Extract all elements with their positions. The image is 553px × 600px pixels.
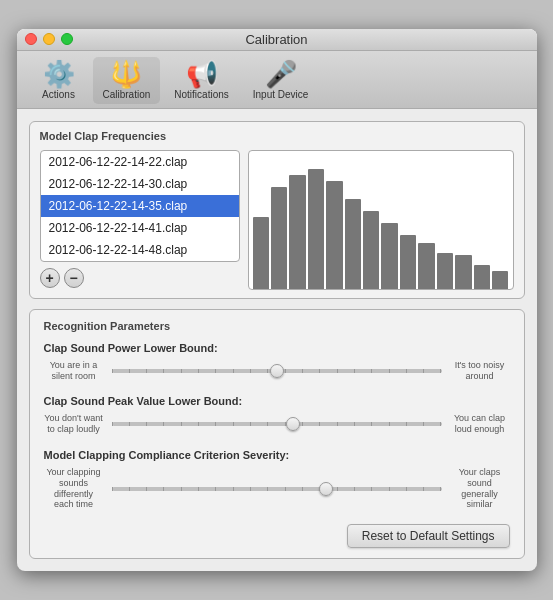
slider-tick: [250, 369, 251, 373]
slider-tick: [302, 369, 303, 373]
slider-row-1: You don't want to clap loudly You can cl…: [44, 413, 510, 435]
file-list-container: 2012-06-12-22-14-22.clap 2012-06-12-22-1…: [40, 150, 240, 290]
slider-tick: [267, 487, 268, 491]
slider-label-0: Clap Sound Power Lower Bound:: [44, 342, 510, 354]
chart-bar: [289, 175, 305, 289]
add-file-button[interactable]: +: [40, 268, 60, 288]
chart-bar: [271, 187, 287, 289]
slider-tick: [285, 369, 286, 373]
slider-ticks-0: [112, 369, 442, 373]
slider-tick: [163, 422, 164, 426]
slider-tick: [215, 422, 216, 426]
slider-tick: [129, 422, 130, 426]
slider-tick: [423, 487, 424, 491]
slider-tick: [406, 369, 407, 373]
slider-tick: [215, 369, 216, 373]
toolbar-item-notifications[interactable]: 📢 Notifications: [164, 57, 238, 104]
file-item-0[interactable]: 2012-06-12-22-14-22.clap: [41, 151, 239, 173]
slider-left-label-0: You are in a silent room: [44, 360, 104, 382]
window-title: Calibration: [245, 32, 307, 47]
calibration-label: Calibration: [103, 89, 151, 100]
slider-tick: [337, 487, 338, 491]
calibration-icon: 🔱: [110, 61, 142, 87]
toolbar-item-calibration[interactable]: 🔱 Calibration: [93, 57, 161, 104]
titlebar-buttons: [25, 33, 73, 45]
bottom-row: Reset to Default Settings: [44, 524, 510, 548]
slider-tick: [198, 369, 199, 373]
slider-label-1: Clap Sound Peak Value Lower Bound:: [44, 395, 510, 407]
slider-tick: [389, 422, 390, 426]
slider-tick: [198, 422, 199, 426]
toolbar-item-actions[interactable]: ⚙️ Actions: [29, 57, 89, 104]
slider-tick: [250, 487, 251, 491]
file-item-2[interactable]: 2012-06-12-22-14-35.clap: [41, 195, 239, 217]
slider-right-label-2: Your claps sound generally similar: [450, 467, 510, 510]
slider-tick: [233, 422, 234, 426]
file-item-3[interactable]: 2012-06-12-22-14-41.clap: [41, 217, 239, 239]
recognition-section: Recognition Parameters Clap Sound Power …: [29, 309, 525, 559]
slider-tick: [129, 369, 130, 373]
chart-bar: [363, 211, 379, 289]
slider-tick: [250, 422, 251, 426]
slider-tick: [406, 487, 407, 491]
chart-bar: [345, 199, 361, 289]
chart-bar: [474, 265, 490, 289]
slider-tick: [267, 422, 268, 426]
slider-tick: [354, 369, 355, 373]
file-item-1[interactable]: 2012-06-12-22-14-30.clap: [41, 173, 239, 195]
slider-tick: [146, 369, 147, 373]
slider-container-0: [112, 361, 442, 381]
maximize-button[interactable]: [61, 33, 73, 45]
chart-bar: [455, 255, 471, 289]
slider-tick: [302, 422, 303, 426]
slider-tick: [354, 422, 355, 426]
chart-area: [248, 150, 514, 290]
reset-button[interactable]: Reset to Default Settings: [347, 524, 510, 548]
slider-tick: [423, 422, 424, 426]
slider-tick: [233, 369, 234, 373]
slider-tick: [233, 487, 234, 491]
slider-tick: [215, 487, 216, 491]
toolbar: ⚙️ Actions 🔱 Calibration 📢 Notifications…: [17, 51, 537, 109]
notifications-label: Notifications: [174, 89, 228, 100]
actions-label: Actions: [42, 89, 75, 100]
slider-tick: [112, 369, 113, 373]
slider-tick: [285, 487, 286, 491]
slider-tick: [319, 487, 320, 491]
slider-ticks-2: [112, 487, 442, 491]
chart-bar: [400, 235, 416, 289]
slider-tick: [163, 487, 164, 491]
slider-tick: [371, 369, 372, 373]
notifications-icon: 📢: [186, 61, 218, 87]
slider-tick: [302, 487, 303, 491]
input-device-icon: 🎤: [265, 61, 297, 87]
actions-icon: ⚙️: [43, 61, 75, 87]
slider-tick: [267, 369, 268, 373]
minimize-button[interactable]: [43, 33, 55, 45]
remove-file-button[interactable]: −: [64, 268, 84, 288]
main-content: Model Clap Frequencies 2012-06-12-22-14-…: [17, 109, 537, 571]
slider-right-label-1: You can clap loud enough: [450, 413, 510, 435]
slider-tick: [423, 369, 424, 373]
close-button[interactable]: [25, 33, 37, 45]
slider-container-2: [112, 479, 442, 499]
slider-row-2: Your clapping sounds differently each ti…: [44, 467, 510, 510]
slider-tick: [146, 487, 147, 491]
slider-tick: [389, 369, 390, 373]
slider-tick: [198, 487, 199, 491]
slider-group-2: Model Clapping Compliance Criterion Seve…: [44, 449, 510, 510]
slider-row-0: You are in a silent room It's too noisy …: [44, 360, 510, 382]
slider-tick: [146, 422, 147, 426]
chart-bar: [253, 217, 269, 289]
slider-group-0: Clap Sound Power Lower Bound: You are in…: [44, 342, 510, 382]
slider-tick: [285, 422, 286, 426]
slider-group-1: Clap Sound Peak Value Lower Bound: You d…: [44, 395, 510, 435]
toolbar-item-input-device[interactable]: 🎤 Input Device: [243, 57, 319, 104]
main-window: Calibration ⚙️ Actions 🔱 Calibration 📢 N…: [17, 29, 537, 571]
chart-bar: [326, 181, 342, 289]
slider-tick: [181, 487, 182, 491]
slider-left-label-2: Your clapping sounds differently each ti…: [44, 467, 104, 510]
chart-bar: [492, 271, 508, 289]
file-item-4[interactable]: 2012-06-12-22-14-48.clap: [41, 239, 239, 261]
chart-bar: [418, 243, 434, 289]
